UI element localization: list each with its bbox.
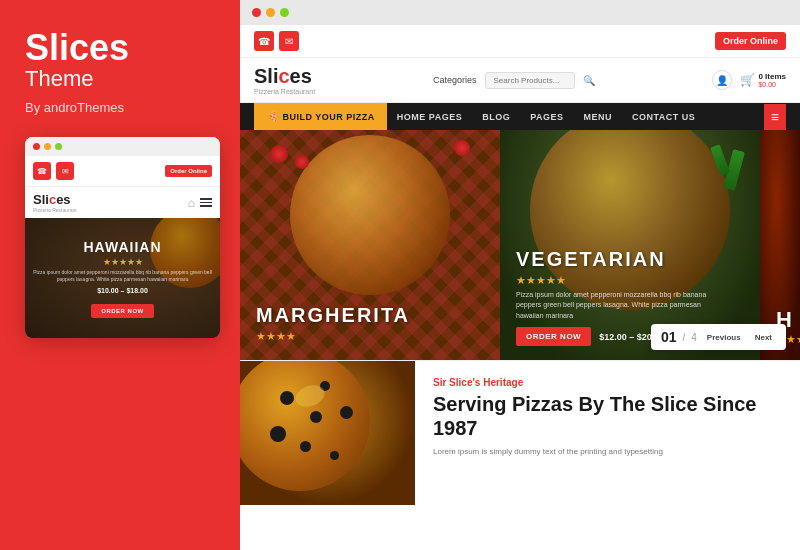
mini-cta-button[interactable]: ORDER NOW bbox=[91, 304, 154, 318]
email-icon: ✉ bbox=[279, 31, 299, 51]
nav-item-pages[interactable]: PAGES bbox=[520, 104, 573, 130]
mini-logo: Slices bbox=[33, 192, 77, 207]
bottom-section: Sir Slice's Heritage Serving Pizzas By T… bbox=[240, 360, 800, 505]
tomato-3 bbox=[454, 140, 470, 156]
mini-logo-row: Slices Pizzeria Restaurant ⌂ bbox=[25, 187, 220, 218]
mini-order-button[interactable]: Order Online bbox=[165, 165, 212, 177]
hero-slide-1: MARGHERITA ★★★★ bbox=[240, 130, 500, 360]
mini-nav-icons: ⌂ bbox=[188, 196, 212, 210]
mini-hero-price: $10.00 – $18.00 bbox=[25, 287, 220, 294]
nav-item-homepages[interactable]: HOME PAGES bbox=[387, 104, 472, 130]
cart-info: 0 Items $0.00 bbox=[758, 72, 786, 88]
slide-1-content: MARGHERITA ★★★★ bbox=[256, 304, 484, 346]
top-bar-left: ☎ ✉ bbox=[254, 31, 299, 51]
mini-dot-red bbox=[33, 143, 40, 150]
prev-button[interactable]: Previous bbox=[703, 331, 745, 344]
nav-item-contact[interactable]: CONTACT US bbox=[622, 104, 705, 130]
top-bar: ☎ ✉ Order Online bbox=[240, 25, 800, 58]
mini-hero-content: HAWAIIAN ★★★★★ Pizza ipsum dolor amet pe… bbox=[25, 239, 220, 318]
categories-dropdown[interactable]: Categories bbox=[433, 75, 477, 85]
nav-right: 👤 🛒 0 Items $0.00 bbox=[712, 70, 786, 90]
bottom-pizza-image bbox=[240, 361, 415, 505]
olive-7 bbox=[330, 451, 339, 460]
brand-title: Slices bbox=[25, 30, 129, 66]
build-pizza-button[interactable]: 🍕 BUILD YOUR PIZZA bbox=[254, 103, 387, 130]
phone-icon: ☎ bbox=[254, 31, 274, 51]
mini-browser-bar bbox=[25, 137, 220, 156]
mini-hamburger-icon bbox=[200, 198, 212, 207]
brand-by: By androThemes bbox=[25, 100, 124, 115]
build-pizza-label: BUILD YOUR PIZZA bbox=[283, 112, 375, 122]
cart-price: $0.00 bbox=[758, 81, 786, 88]
mini-home-icon: ⌂ bbox=[188, 196, 195, 210]
chrome-dot-green bbox=[280, 8, 289, 17]
slide-1-stars-full: ★★★★ bbox=[256, 330, 296, 342]
mini-browser-header: ☎ ✉ Order Online bbox=[25, 156, 220, 187]
slide-2-order-button[interactable]: ORDER NOW bbox=[516, 327, 591, 346]
tomato-1 bbox=[270, 145, 288, 163]
olive-5 bbox=[300, 441, 311, 452]
pizza-1-visual bbox=[290, 135, 450, 295]
next-button[interactable]: Next bbox=[751, 331, 776, 344]
cart-icon: 🛒 bbox=[740, 73, 755, 87]
right-panel: ☎ ✉ Order Online Slices Pizzeria Restaur… bbox=[240, 0, 800, 550]
left-panel: Slices Theme By androThemes ☎ ✉ Order On… bbox=[0, 0, 240, 550]
mini-dot-yellow bbox=[44, 143, 51, 150]
mini-header-left: ☎ ✉ bbox=[33, 162, 74, 180]
olive-6 bbox=[340, 406, 353, 419]
website-content: ☎ ✉ Order Online Slices Pizzeria Restaur… bbox=[240, 25, 800, 550]
hamburger-menu-icon[interactable]: ≡ bbox=[764, 104, 786, 130]
search-icon: 🔍 bbox=[583, 75, 595, 86]
mini-phone-icon: ☎ bbox=[33, 162, 51, 180]
mini-email-icon: ✉ bbox=[56, 162, 74, 180]
bottom-tag: Sir Slice's Heritage bbox=[433, 377, 782, 388]
slide-counter: 01 / 4 Previous Next bbox=[651, 324, 786, 350]
mini-hero-desc: Pizza ipsum dolor amet pepperoni mozzare… bbox=[25, 269, 220, 283]
bottom-para: Lorem ipsum is simply dummy text of the … bbox=[433, 446, 782, 458]
nav-logo-sub: Pizzeria Restaurant bbox=[254, 88, 315, 95]
nav-bar: Slices Pizzeria Restaurant Categories 🔍 … bbox=[240, 58, 800, 103]
olive-2 bbox=[310, 411, 322, 423]
user-icon: 👤 bbox=[712, 70, 732, 90]
counter-total: 4 bbox=[691, 332, 697, 343]
nav-logo: Slices bbox=[254, 65, 315, 88]
cart-count: 0 Items bbox=[758, 72, 786, 81]
nav-center: Categories 🔍 bbox=[433, 72, 595, 89]
pizza-icon: 🍕 bbox=[266, 111, 279, 122]
browser-chrome bbox=[240, 0, 800, 25]
bottom-text: Sir Slice's Heritage Serving Pizzas By T… bbox=[415, 361, 800, 505]
logo-group: Slices Pizzeria Restaurant bbox=[254, 65, 315, 95]
chrome-dot-yellow bbox=[266, 8, 275, 17]
olive-1 bbox=[280, 391, 294, 405]
bottom-heading: Serving Pizzas By The Slice Since 1987 bbox=[433, 392, 782, 440]
counter-separator: / bbox=[683, 332, 686, 343]
mini-logo-group: Slices Pizzeria Restaurant bbox=[33, 192, 77, 213]
olive-4 bbox=[270, 426, 286, 442]
mini-hero-stars: ★★★★★ bbox=[25, 257, 220, 267]
mini-hero: HAWAIIAN ★★★★★ Pizza ipsum dolor amet pe… bbox=[25, 218, 220, 338]
counter-current: 01 bbox=[661, 329, 677, 345]
mini-browser: ☎ ✉ Order Online Slices Pizzeria Restaur… bbox=[25, 137, 220, 338]
nav-item-blog[interactable]: BLOG bbox=[472, 104, 520, 130]
order-online-button[interactable]: Order Online bbox=[715, 32, 786, 50]
hero-slider: MARGHERITA ★★★★ VEGETARIAN ★★★★★ Pizza i… bbox=[240, 130, 800, 360]
mini-dot-green bbox=[55, 143, 62, 150]
mini-logo-sub: Pizzeria Restaurant bbox=[33, 207, 77, 213]
chrome-dot-red bbox=[252, 8, 261, 17]
slide-2-desc: Pizza ipsum dolor amet pepperoni mozzare… bbox=[516, 290, 716, 322]
cart-area[interactable]: 🛒 0 Items $0.00 bbox=[740, 72, 786, 88]
mini-hero-title: HAWAIIAN bbox=[25, 239, 220, 255]
search-input[interactable] bbox=[485, 72, 575, 89]
tomato-2 bbox=[295, 155, 309, 169]
slide-1-stars: ★★★★ bbox=[256, 330, 484, 343]
slide-2-stars: ★★★★★ bbox=[516, 274, 744, 287]
main-nav: 🍕 BUILD YOUR PIZZA HOME PAGES BLOG PAGES… bbox=[240, 103, 800, 130]
nav-item-menu[interactable]: MENU bbox=[574, 104, 623, 130]
brand-subtitle: Theme bbox=[25, 66, 93, 92]
bottom-pizza-circle bbox=[240, 361, 370, 491]
slide-2-title: VEGETARIAN bbox=[516, 248, 744, 271]
slide-1-title: MARGHERITA bbox=[256, 304, 484, 327]
